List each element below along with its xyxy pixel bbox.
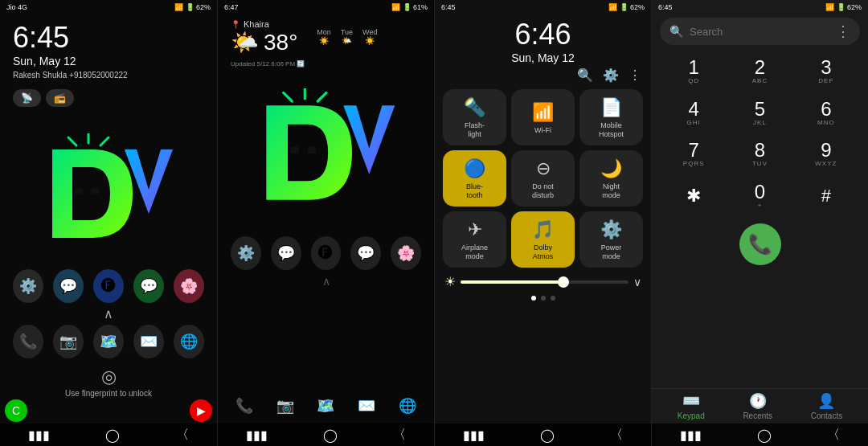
nav-bar-1: ▮▮▮ ◯ 〈 [0, 423, 217, 446]
phone-icon[interactable]: 📞 [13, 325, 43, 358]
home-petal-icon[interactable]: 🌸 [391, 236, 421, 270]
call-button[interactable]: 📞 [739, 223, 781, 265]
fingerprint-area[interactable]: ◎ Use fingerprint to unlock [0, 366, 217, 398]
nav-menu-1[interactable]: ▮▮▮ [28, 428, 50, 443]
gmail-icon[interactable]: ✉️ [133, 325, 164, 358]
nav-back-3[interactable]: 〈 [610, 427, 623, 444]
dock-row-1: ⚙️ 💬 🅕 💬 🌸 [0, 266, 217, 306]
dial-key-star[interactable]: ✱ [661, 176, 726, 216]
dial-key-9[interactable]: 9 WXYZ [794, 134, 858, 174]
dial-key-0[interactable]: 0 + [727, 176, 792, 216]
nav-back-2[interactable]: 〈 [393, 427, 406, 444]
facebook-icon[interactable]: 🅕 [93, 269, 124, 303]
whatsapp-icon[interactable]: 💬 [133, 269, 164, 303]
petal-icon[interactable]: 🌸 [174, 269, 204, 303]
nav-home-3[interactable]: ◯ [540, 428, 555, 443]
carrier-1: Jio 4G [6, 3, 27, 11]
status-bar-4: 6:45 📶 🔋 62% [652, 0, 868, 14]
home-browser-app[interactable]: 🌐 [393, 391, 422, 420]
nav-back-4[interactable]: 〈 [827, 427, 840, 444]
signal-icons-3: 📶 🔋 [608, 3, 628, 11]
status-bar-1: Jio 4G 📶 🔋 62% [0, 0, 217, 14]
home-settings-icon[interactable]: ⚙️ [231, 236, 261, 270]
weather-location-row: 📍 Khaira [231, 19, 297, 29]
recents-tab-label: Recents [743, 411, 772, 420]
search-bar[interactable]: 🔍 ⋮ [660, 18, 860, 45]
home-wa-icon[interactable]: 💬 [350, 236, 381, 270]
fingerprint-text: Use fingerprint to unlock [65, 389, 152, 398]
nav-home-4[interactable]: ◯ [757, 428, 772, 443]
qs-tile-bluetooth[interactable]: 🔵 Blue-tooth [443, 150, 506, 207]
tab-contacts[interactable]: 👤 Contacts [811, 392, 842, 420]
qs-settings-icon[interactable]: ⚙️ [603, 68, 619, 83]
signal-icons-1: 📶 🔋 [174, 3, 194, 11]
corner-app-left[interactable]: C [5, 399, 27, 422]
search-input[interactable] [690, 26, 829, 38]
quick-settings-panel: 6:45 📶 🔋 62% 6:46 Sun, May 12 🔍 ⚙️ ⋮ 🔦 F… [434, 0, 651, 446]
dv-logo-svg [44, 133, 173, 254]
home-fb-icon[interactable]: 🅕 [311, 236, 342, 270]
signal-icons-4: 📶 🔋 [825, 3, 845, 11]
dial-key-6[interactable]: 6 MNO [794, 93, 858, 133]
dial-key-7[interactable]: 7 PQRS [661, 134, 726, 174]
nav-back-1[interactable]: 〈 [176, 427, 189, 444]
nav-home-1[interactable]: ◯ [105, 428, 120, 443]
weather-location: Khaira [244, 19, 269, 29]
nav-menu-2[interactable]: ▮▮▮ [246, 428, 268, 443]
corner-app-right[interactable]: ▶ [190, 399, 212, 422]
owner-info: Rakesh Shukla +918052000222 [0, 68, 217, 83]
dial-key-3[interactable]: 3 DEF [794, 51, 858, 92]
time-4: 6:45 [658, 3, 673, 11]
qs-search-icon[interactable]: 🔍 [577, 68, 593, 83]
svg-rect-8 [290, 147, 299, 154]
nav-menu-4[interactable]: ▮▮▮ [680, 428, 702, 443]
qs-tile-nightmode[interactable]: 🌙 Nightmode [579, 150, 643, 207]
nav-menu-3[interactable]: ▮▮▮ [463, 428, 485, 443]
dial-key-1[interactable]: 1 QD [661, 51, 726, 92]
dial-key-5[interactable]: 5 JKL [727, 93, 792, 133]
hotspot-icon: 📄 [600, 97, 622, 118]
qs-more-icon[interactable]: ⋮ [628, 68, 641, 83]
messages-icon[interactable]: 💬 [53, 269, 84, 303]
home-msg-icon[interactable]: 💬 [271, 236, 301, 270]
powermode-icon: ⚙️ [600, 219, 622, 240]
home-maps-app[interactable]: 🗺️ [311, 391, 340, 420]
time-2: 6:47 [224, 3, 239, 11]
brightness-slider[interactable] [461, 280, 628, 284]
qs-tile-hotspot[interactable]: 📄 MobileHotspot [579, 89, 643, 145]
qs-tile-dnd[interactable]: ⊖ Do notdisturb [511, 150, 575, 207]
search-more-icon[interactable]: ⋮ [836, 23, 850, 40]
dot-3 [551, 296, 555, 301]
time-3: 6:45 [441, 3, 456, 11]
dial-key-2[interactable]: 2 ABC [727, 51, 792, 92]
qs-date: Sun, May 12 [435, 51, 651, 64]
browser-icon[interactable]: 🌐 [174, 325, 204, 358]
qs-tile-airplane[interactable]: ✈ Airplanemode [443, 211, 506, 268]
battery-3: 62% [630, 3, 645, 11]
qs-tile-flashlight[interactable]: 🔦 Flash-light [443, 89, 506, 145]
airplane-icon: ✈ [468, 219, 482, 240]
dial-key-8[interactable]: 8 TUV [727, 134, 792, 174]
qs-tile-powermode[interactable]: ⚙️ Powermode [579, 211, 643, 268]
camera-icon[interactable]: 📷 [53, 325, 84, 358]
settings-icon[interactable]: ⚙️ [13, 269, 43, 303]
home-camera-app[interactable]: 📷 [271, 391, 300, 420]
qs-tile-dolby[interactable]: 🎵 DolbyAtmos [511, 211, 575, 268]
dial-key-hash[interactable]: # [794, 176, 858, 216]
nav-home-2[interactable]: ◯ [323, 428, 338, 443]
dot-2 [541, 296, 546, 301]
home-phone-app[interactable]: 📞 [230, 391, 259, 420]
home-gmail-app[interactable]: ✉️ [352, 391, 381, 420]
updated-text: Updated 5/12 6:06 PM 🔄 [218, 60, 434, 72]
maps-icon[interactable]: 🗺️ [93, 325, 124, 358]
battery-2: 61% [413, 3, 428, 11]
quick-icon-1[interactable]: 📡 [13, 89, 41, 107]
nav-bar-3: ▮▮▮ ◯ 〈 [435, 423, 651, 446]
quick-icon-2[interactable]: 📻 [46, 89, 74, 107]
wifi-icon: 📶 [532, 102, 554, 123]
brightness-expand-icon[interactable]: ∨ [633, 276, 641, 288]
tab-recents[interactable]: 🕐 Recents [743, 392, 772, 420]
qs-tile-wifi[interactable]: 📶 Wi-Fi [511, 89, 575, 145]
dial-key-4[interactable]: 4 GHI [661, 93, 726, 133]
tab-keypad[interactable]: ⌨️ Keypad [678, 392, 705, 420]
